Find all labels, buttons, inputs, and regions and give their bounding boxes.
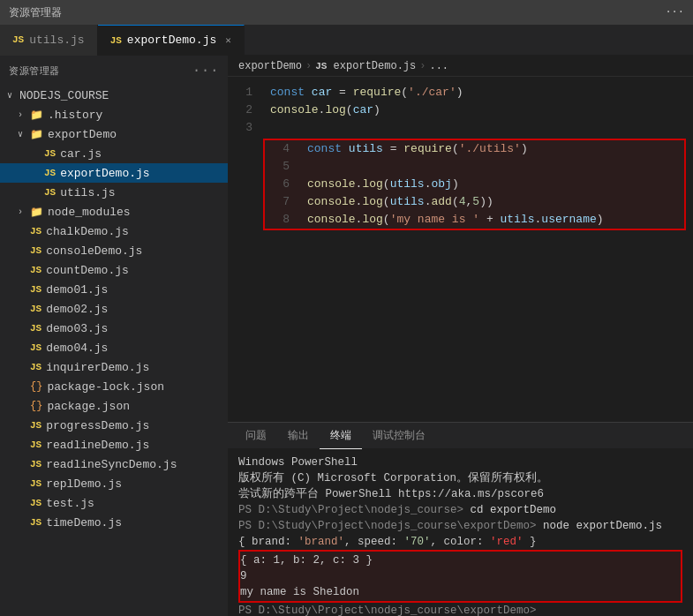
code-highlight-block: 4const utils = require('./utils')56conso… xyxy=(263,139,686,230)
terminal-line: { a: 1, b: 2, c: 3 } xyxy=(240,552,681,568)
chevron-node_modules: › xyxy=(18,207,26,217)
sidebar-item-consoleDemo[interactable]: JSconsoleDemo.js xyxy=(0,241,228,260)
more-actions-icon[interactable]: ··· xyxy=(665,6,684,19)
js-icon-exportDemoJs: JS xyxy=(44,168,56,178)
terminal-path: PS D:\Study\Project\nodejs_course\export… xyxy=(238,605,543,616)
sidebar-item-timeDemo[interactable]: JStimeDemo.js xyxy=(0,513,228,532)
line-number-6: 6 xyxy=(265,176,300,193)
sidebar-item-replDemo[interactable]: JSreplDemo.js xyxy=(0,474,228,493)
item-label-readlineDemo: readlineDemo.js xyxy=(46,439,149,452)
sidebar-item-demo03[interactable]: JSdemo03.js xyxy=(0,319,228,338)
terminal-line: PS D:\Study\Project\nodejs_course> cd ex… xyxy=(238,502,682,518)
terminal-tab-problems[interactable]: 问题 xyxy=(235,423,277,449)
root-label: NODEJS_COURSE xyxy=(19,89,109,102)
terminal-tab-terminal[interactable]: 终端 xyxy=(320,423,362,449)
line-content-1: const car = require('./car') xyxy=(263,84,693,101)
tab-label-exportDemo: exportDemo.js xyxy=(127,34,216,47)
sidebar-item-progressDemo[interactable]: JSprogressDemo.js xyxy=(0,416,228,435)
sidebar-item-node_modules[interactable]: ›📁node_modules xyxy=(0,202,228,222)
sidebar-item-exportDemoJs[interactable]: JSexportDemo.js xyxy=(0,163,228,183)
item-label-exportDemoJs: exportDemo.js xyxy=(60,167,149,180)
js-icon-car: JS xyxy=(44,148,56,159)
sidebar-item-package[interactable]: {}package.json xyxy=(0,396,228,416)
terminal-line: PS D:\Study\Project\nodejs_course\export… xyxy=(238,518,682,534)
terminal-tab-output[interactable]: 输出 xyxy=(277,423,320,449)
breadcrumb-sep: › xyxy=(305,60,312,72)
line-content-6: console.log(utils.obj) xyxy=(300,176,684,193)
sidebar-item-inquirerDemo[interactable]: JSinquirerDemo.js xyxy=(0,357,228,377)
js-icon-progressDemo: JS xyxy=(30,420,41,431)
item-label-history: .history xyxy=(48,109,102,122)
code-line-7: 7console.log(utils.add(4,5)) xyxy=(265,193,684,211)
item-label-test: test.js xyxy=(46,497,94,510)
sidebar-item-car[interactable]: JScar.js xyxy=(0,144,228,163)
terminal-highlight-block: { a: 1, b: 2, c: 3 }9my name is Sheldon xyxy=(238,550,682,603)
chevron-history: › xyxy=(18,110,26,120)
title-bar-actions[interactable]: ··· xyxy=(665,6,684,19)
js-icon-chalkDemo: JS xyxy=(30,226,41,237)
folder-icon-exportDemo: 📁 xyxy=(30,128,43,141)
sidebar-item-history[interactable]: ›📁.history xyxy=(0,105,228,124)
sidebar-item-packageLock[interactable]: {}package-lock.json xyxy=(0,377,228,396)
terminal-tab-debug[interactable]: 调试控制台 xyxy=(362,423,436,449)
sidebar-item-readlineSyncDemo[interactable]: JSreadlineSyncDemo.js xyxy=(0,454,228,474)
item-label-readlineSyncDemo: readlineSyncDemo.js xyxy=(46,458,177,471)
item-label-exportDemo: exportDemo xyxy=(48,128,117,141)
sidebar-item-exportDemo[interactable]: ∨📁exportDemo xyxy=(0,124,228,144)
item-label-packageLock: package-lock.json xyxy=(47,380,164,394)
tab-close-exportDemo[interactable]: ✕ xyxy=(225,34,231,46)
tab-utils[interactable]: JSutils.js xyxy=(0,25,98,56)
item-label-demo03: demo03.js xyxy=(46,322,108,335)
code-editor[interactable]: 1const car = require('./car')2console.lo… xyxy=(228,77,693,422)
sidebar-item-demo04[interactable]: JSdemo04.js xyxy=(0,338,228,357)
item-label-chalkDemo: chalkDemo.js xyxy=(46,225,129,238)
item-label-countDemo: countDemo.js xyxy=(46,264,129,277)
terminal-line: my name is Sheldon xyxy=(240,584,681,600)
terminal-line: 版权所有 (C) Microsoft Corporation。保留所有权利。 xyxy=(238,470,682,486)
json-icon-packageLock: {} xyxy=(30,380,42,393)
js-icon-readlineSyncDemo: JS xyxy=(30,459,41,470)
line-number-2: 2 xyxy=(228,101,263,119)
json-icon-package: {} xyxy=(30,400,42,412)
sidebar-item-root[interactable]: ∨NODEJS_COURSE xyxy=(0,86,228,105)
terminal-content[interactable]: Windows PowerShell版权所有 (C) Microsoft Cor… xyxy=(228,449,693,616)
tab-exportDemo[interactable]: JSexportDemo.js✕ xyxy=(98,25,245,56)
sidebar-item-demo01[interactable]: JSdemo01.js xyxy=(0,280,228,299)
sidebar-item-chalkDemo[interactable]: JSchalkDemo.js xyxy=(0,222,228,241)
item-label-inquirerDemo: inquirerDemo.js xyxy=(46,361,149,374)
item-label-consoleDemo: consoleDemo.js xyxy=(46,244,142,258)
js-icon-inquirerDemo: JS xyxy=(30,362,41,372)
sidebar-item-countDemo[interactable]: JScountDemo.js xyxy=(0,260,228,280)
sidebar-item-readlineDemo[interactable]: JSreadlineDemo.js xyxy=(0,435,228,454)
terminal-path: PS D:\Study\Project\nodejs_course> xyxy=(238,504,471,516)
code-line-1: 1const car = require('./car') xyxy=(228,84,693,101)
sidebar-title: 资源管理器··· xyxy=(0,56,228,86)
editor-area: exportDemo › JS exportDemo.js › ... 1con… xyxy=(228,56,693,616)
terminal-cmd: node exportDemo.js xyxy=(543,520,662,532)
line-content-8: console.log('my name is ' + utils.userna… xyxy=(300,211,684,229)
terminal-cmd: cd exportDemo xyxy=(471,504,557,516)
item-label-utils: utils.js xyxy=(60,186,115,199)
sidebar-item-utils[interactable]: JSutils.js xyxy=(0,183,228,202)
terminal-tabs: 问题输出终端调试控制台 xyxy=(228,423,693,449)
sidebar-item-demo02[interactable]: JSdemo02.js xyxy=(0,299,228,319)
item-label-demo01: demo01.js xyxy=(46,283,108,297)
code-line-4: 4const utils = require('./utils') xyxy=(265,140,684,158)
tab-label-utils: utils.js xyxy=(29,34,84,47)
js-icon-demo03: JS xyxy=(30,323,41,334)
item-label-car: car.js xyxy=(60,147,102,161)
breadcrumb-part-extra: ... xyxy=(429,60,448,72)
sidebar-item-test[interactable]: JStest.js xyxy=(0,493,228,513)
line-number-1: 1 xyxy=(228,84,263,101)
line-number-8: 8 xyxy=(265,211,300,229)
terminal-line: PS D:\Study\Project\nodejs_course\export… xyxy=(238,603,682,616)
sidebar-more-icon[interactable]: ··· xyxy=(192,63,219,79)
chevron-exportDemo: ∨ xyxy=(18,129,26,139)
folder-icon-node_modules: 📁 xyxy=(30,206,43,219)
js-icon-test: JS xyxy=(30,498,41,508)
js-icon-demo02: JS xyxy=(30,304,41,314)
line-content-7: console.log(utils.add(4,5)) xyxy=(300,193,684,211)
code-line-5: 5 xyxy=(265,158,684,176)
code-line-3: 3 xyxy=(228,119,693,137)
terminal-line: 尝试新的跨平台 PowerShell https://aka.ms/pscore… xyxy=(238,486,682,502)
